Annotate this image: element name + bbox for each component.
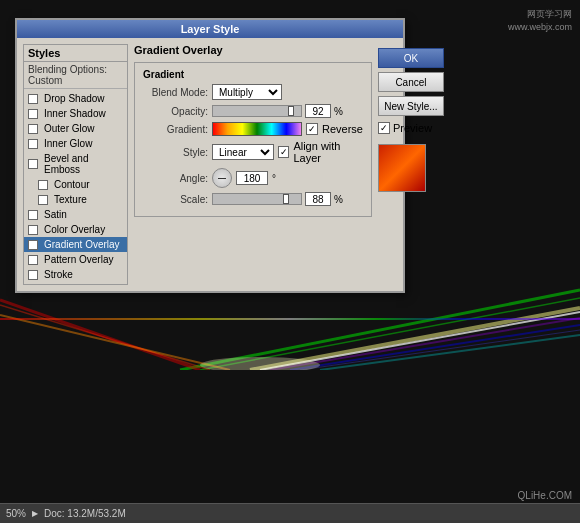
style-item-texture[interactable]: Texture	[24, 192, 127, 207]
styles-list: Drop Shadow Inner Shadow Outer Glow Inne…	[24, 89, 127, 284]
style-label: Style:	[143, 147, 208, 158]
opacity-label: Opacity:	[143, 106, 208, 117]
settings-panel: Gradient Overlay Gradient Blend Mode: Mu…	[134, 44, 372, 285]
gradient-row: Gradient: Reverse	[143, 122, 363, 136]
gradient-overlay-label: Gradient Overlay	[44, 239, 120, 250]
texture-checkbox[interactable]	[38, 195, 48, 205]
gradient-label: Gradient:	[143, 124, 208, 135]
styles-panel: Styles Blending Options: Custom Drop Sha…	[23, 44, 128, 285]
style-item-color-overlay[interactable]: Color Overlay	[24, 222, 127, 237]
bevel-emboss-label: Bevel and Emboss	[44, 153, 121, 175]
angle-dial[interactable]	[212, 168, 232, 188]
gradient-overlay-checkbox[interactable]	[28, 240, 38, 250]
doc-size: Doc: 13.2M/53.2M	[44, 508, 126, 519]
gradient-overlay-title: Gradient Overlay	[134, 44, 372, 58]
watermark-line1: 网页学习网	[508, 8, 572, 21]
watermark: 网页学习网 www.webjx.com	[508, 8, 572, 33]
angle-row: Angle: °	[143, 168, 363, 188]
style-item-pattern-overlay[interactable]: Pattern Overlay	[24, 252, 127, 267]
gradient-section-title: Gradient	[143, 69, 363, 80]
scale-slider-thumb[interactable]	[283, 194, 289, 204]
scale-input[interactable]	[305, 192, 331, 206]
style-item-inner-shadow[interactable]: Inner Shadow	[24, 106, 127, 121]
align-layer-checkbox[interactable]	[278, 146, 289, 158]
gradient-picker[interactable]	[212, 122, 302, 136]
style-item-bevel-emboss[interactable]: Bevel and Emboss	[24, 151, 127, 177]
scale-percent: %	[334, 194, 343, 205]
zoom-label: 50%	[6, 508, 26, 519]
new-style-button[interactable]: New Style...	[378, 96, 444, 116]
dialog-title-bar: Layer Style	[17, 20, 403, 38]
angle-input[interactable]	[236, 171, 268, 185]
svg-rect-14	[0, 318, 580, 320]
bevel-emboss-checkbox[interactable]	[28, 159, 38, 169]
opacity-input[interactable]	[305, 104, 331, 118]
outer-glow-label: Outer Glow	[44, 123, 95, 134]
scale-slider[interactable]	[212, 193, 302, 205]
angle-line	[218, 178, 226, 179]
color-overlay-label: Color Overlay	[44, 224, 105, 235]
styles-panel-header: Styles	[24, 45, 127, 62]
align-layer-label: Align with Layer	[293, 140, 363, 164]
preview-swatch	[378, 144, 426, 192]
style-item-inner-glow[interactable]: Inner Glow	[24, 136, 127, 151]
reverse-label: Reverse	[322, 123, 363, 135]
stroke-checkbox[interactable]	[28, 270, 38, 280]
triangle-icon: ▶	[32, 509, 38, 518]
inner-glow-checkbox[interactable]	[28, 139, 38, 149]
blend-mode-label: Blend Mode:	[143, 87, 208, 98]
preview-label: Preview	[393, 122, 432, 134]
style-select[interactable]: Linear Radial Angle Reflected Diamond	[212, 144, 274, 160]
style-item-outer-glow[interactable]: Outer Glow	[24, 121, 127, 136]
satin-label: Satin	[44, 209, 67, 220]
drop-shadow-label: Drop Shadow	[44, 93, 105, 104]
opacity-slider[interactable]	[212, 105, 302, 117]
ok-button[interactable]: OK	[378, 48, 444, 68]
angle-degree: °	[272, 173, 276, 184]
style-item-satin[interactable]: Satin	[24, 207, 127, 222]
preview-checkbox[interactable]	[378, 122, 390, 134]
inner-shadow-checkbox[interactable]	[28, 109, 38, 119]
texture-label: Texture	[54, 194, 87, 205]
inner-glow-label: Inner Glow	[44, 138, 92, 149]
scale-row: Scale: %	[143, 192, 363, 206]
contour-checkbox[interactable]	[38, 180, 48, 190]
dialog-title: Layer Style	[181, 23, 240, 35]
blend-mode-row: Blend Mode: Multiply Normal Screen Overl…	[143, 84, 363, 100]
style-item-drop-shadow[interactable]: Drop Shadow	[24, 91, 127, 106]
opacity-slider-container: %	[212, 104, 343, 118]
opacity-slider-thumb[interactable]	[288, 106, 294, 116]
watermark-line2: www.webjx.com	[508, 21, 572, 34]
angle-label: Angle:	[143, 173, 208, 184]
style-item-gradient-overlay[interactable]: Gradient Overlay	[24, 237, 127, 252]
pattern-overlay-label: Pattern Overlay	[44, 254, 113, 265]
inner-shadow-label: Inner Shadow	[44, 108, 106, 119]
gradient-section: Gradient Blend Mode: Multiply Normal Scr…	[134, 62, 372, 217]
scale-slider-container: %	[212, 192, 343, 206]
outer-glow-checkbox[interactable]	[28, 124, 38, 134]
bottom-right-text: QLiHe.COM	[518, 490, 572, 501]
cancel-button[interactable]: Cancel	[378, 72, 444, 92]
buttons-panel: OK Cancel New Style... Preview	[378, 44, 444, 285]
preview-row: Preview	[378, 122, 444, 134]
opacity-row: Opacity: %	[143, 104, 363, 118]
style-row: Style: Linear Radial Angle Reflected Dia…	[143, 140, 363, 164]
blending-options-label: Blending Options: Custom	[24, 62, 127, 89]
style-item-stroke[interactable]: Stroke	[24, 267, 127, 282]
contour-label: Contour	[54, 179, 90, 190]
stroke-label: Stroke	[44, 269, 73, 280]
layer-style-dialog: Layer Style Styles Blending Options: Cus…	[15, 18, 405, 293]
satin-checkbox[interactable]	[28, 210, 38, 220]
bottom-bar: 50% ▶ Doc: 13.2M/53.2M	[0, 503, 580, 523]
blend-mode-select[interactable]: Multiply Normal Screen Overlay	[212, 84, 282, 100]
reverse-checkbox[interactable]	[306, 123, 318, 135]
drop-shadow-checkbox[interactable]	[28, 94, 38, 104]
opacity-percent: %	[334, 106, 343, 117]
pattern-overlay-checkbox[interactable]	[28, 255, 38, 265]
scale-label: Scale:	[143, 194, 208, 205]
style-item-contour[interactable]: Contour	[24, 177, 127, 192]
color-overlay-checkbox[interactable]	[28, 225, 38, 235]
